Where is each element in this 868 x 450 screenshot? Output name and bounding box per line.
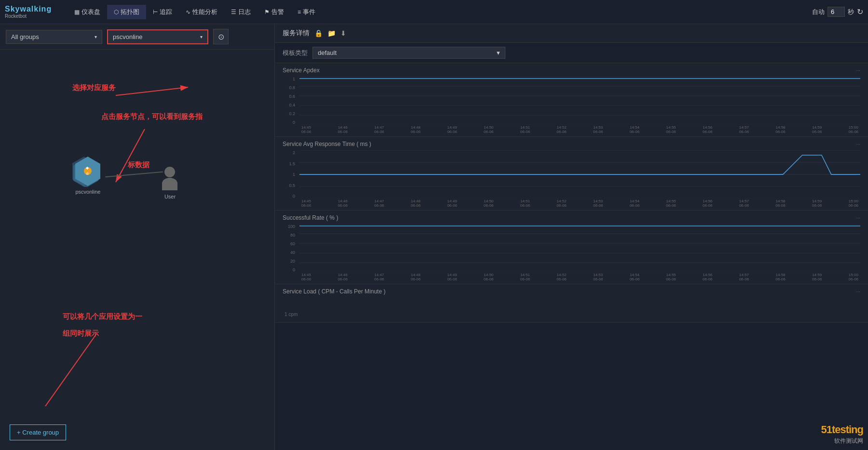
svg-point-10 <box>164 167 175 177</box>
top-navigation: Skywalking Rocketbot ▦ 仪表盘 ⬡ 拓扑图 ⊢ 追踪 ∿ … <box>0 0 868 24</box>
event-icon: ≡ <box>298 9 301 15</box>
apdex-y-axis: 1 0.8 0.6 0.4 0.2 0 <box>283 77 297 125</box>
create-group-label: + Create group <box>17 429 59 436</box>
nav-items: ▦ 仪表盘 ⬡ 拓扑图 ⊢ 追踪 ∿ 性能分析 ☰ 日志 ⚑ 告警 ≡ 事件 <box>68 5 812 19</box>
groups-select-value: All groups <box>11 33 39 40</box>
template-select-value: default <box>318 49 337 56</box>
groups-chevron-icon: ▾ <box>95 34 97 40</box>
svg-text:◆: ◆ <box>86 166 89 170</box>
nav-perf[interactable]: ∿ 性能分析 <box>179 5 224 19</box>
annotation-click-node: 点击服务节点，可以看到服务指 <box>101 112 203 121</box>
arrow-overlay <box>0 50 274 406</box>
chart-avg-response: Service Avg Response Time ( ms ) ··· 2 1… <box>275 137 868 211</box>
charts-area[interactable]: Service Apdex ··· 1 0.8 0.6 0.4 0.2 0 <box>275 63 868 450</box>
nav-right: 自动 秒 ↻ <box>812 7 863 17</box>
service-select[interactable]: pscvonline ▾ <box>107 29 208 44</box>
perf-icon: ∿ <box>186 9 190 15</box>
chart-success-title: Successful Rate ( % ) <box>283 214 338 221</box>
chart-load-more[interactable]: ··· <box>856 289 860 294</box>
chart-success-rate: Successful Rate ( % ) ··· 100 80 60 40 2… <box>275 211 868 284</box>
chart-load-title: Service Load ( CPM - Calls Per Minute ) <box>283 288 385 295</box>
logo-subtitle: Rocketbot <box>5 13 58 19</box>
service-node-pscvonline[interactable]: ◆ ⚙ pscvonline <box>72 156 104 195</box>
chart-success-body: 100 80 60 40 20 0 <box>283 224 860 282</box>
annotation-group-2: 组同时展示 <box>63 329 99 338</box>
nav-dashboard-label: 仪表盘 <box>81 8 100 16</box>
annotation-group-1: 可以将几个应用设置为一 <box>63 312 142 321</box>
trace-icon: ⊢ <box>153 9 158 15</box>
nav-trace[interactable]: ⊢ 追踪 <box>146 5 179 19</box>
svg-line-3 <box>39 334 96 406</box>
lock-icon[interactable]: 🔒 <box>314 29 323 37</box>
nav-alert-label: 告警 <box>271 8 284 16</box>
topology-view-icon[interactable]: ⊙ <box>213 29 229 44</box>
chart-response-more[interactable]: ··· <box>856 141 860 147</box>
refresh-icon[interactable]: ↻ <box>857 7 863 16</box>
left-panel: All groups ▾ pscvonline ▾ ⊙ 选择对应服务 点击服务节… <box>0 24 275 450</box>
auto-label: 自动 <box>812 8 825 16</box>
main-layout: All groups ▾ pscvonline ▾ ⊙ 选择对应服务 点击服务节… <box>0 24 868 450</box>
service-select-value: pscvonline <box>113 33 142 40</box>
load-y-start: 1 cpm <box>285 312 298 317</box>
logo-title: Skywalking <box>5 5 58 13</box>
chart-apdex-body: 1 0.8 0.6 0.4 0.2 0 <box>283 77 860 134</box>
success-chart-svg <box>299 224 860 272</box>
folder-icon[interactable]: 📁 <box>327 29 336 37</box>
alert-icon: ⚑ <box>264 9 270 15</box>
nav-log-label: 日志 <box>238 8 251 16</box>
chart-response-body: 2 1.5 1 0.5 0 <box>283 150 860 208</box>
template-label: 模板类型 <box>283 49 308 57</box>
right-panel: 服务详情 🔒 📁 ⬇ 模板类型 default ▾ Service Apdex … <box>275 24 868 450</box>
refresh-interval-input[interactable] <box>827 7 845 17</box>
pscvonline-hexagons: ◆ ⚙ <box>72 156 104 187</box>
dashboard-icon: ▦ <box>74 9 80 15</box>
chart-apdex-title: Service Apdex <box>283 67 320 74</box>
template-chevron-icon: ▾ <box>497 49 500 56</box>
response-x-axis: 14:4506-06 14:4606-06 14:4706-06 14:4806… <box>299 199 860 208</box>
template-row: 模板类型 default ▾ <box>275 43 868 63</box>
apdex-chart-svg <box>299 77 860 125</box>
chart-success-more[interactable]: ··· <box>856 215 860 221</box>
nav-topology-label: 拓扑图 <box>121 8 139 16</box>
nav-event-label: 事件 <box>303 8 315 16</box>
nav-alert[interactable]: ⚑ 告警 <box>258 5 291 19</box>
svg-rect-12 <box>162 183 177 190</box>
apdex-x-axis: 14:4506-06 14:4606-06 14:4706-06 14:4806… <box>299 125 860 134</box>
service-detail-header: 服务详情 🔒 📁 ⬇ <box>275 24 868 43</box>
service-chevron-icon: ▾ <box>200 34 203 40</box>
chart-response-title: Service Avg Response Time ( ms ) <box>283 141 371 147</box>
response-y-axis: 2 1.5 1 0.5 0 <box>283 150 297 199</box>
annotation-metrics: 标数据 <box>128 160 149 170</box>
pscvonline-label: pscvonline <box>76 189 101 195</box>
chart-service-load: Service Load ( CPM - Calls Per Minute ) … <box>275 284 868 323</box>
groups-select[interactable]: All groups ▾ <box>6 30 102 44</box>
logo: Skywalking Rocketbot <box>5 5 58 19</box>
nav-dashboard[interactable]: ▦ 仪表盘 <box>68 5 107 19</box>
success-y-axis: 100 80 60 40 20 0 <box>283 224 297 272</box>
download-icon[interactable]: ⬇ <box>340 29 346 37</box>
nav-log[interactable]: ☰ 日志 <box>224 5 258 19</box>
nav-event[interactable]: ≡ 事件 <box>291 5 322 19</box>
svg-text:⚙: ⚙ <box>86 172 89 175</box>
node-connector <box>105 172 163 177</box>
create-group-button[interactable]: + Create group <box>10 424 66 440</box>
chart-apdex-more[interactable]: ··· <box>856 67 860 73</box>
response-chart-svg <box>299 150 860 199</box>
success-x-axis: 14:4506-06 14:4606-06 14:4706-06 14:4806… <box>299 273 860 282</box>
user-node[interactable]: User <box>159 165 181 199</box>
template-select[interactable]: default ▾ <box>312 47 505 59</box>
annotation-select-service: 选择对应服务 <box>72 83 116 93</box>
nav-trace-label: 追踪 <box>160 8 172 16</box>
service-bar: All groups ▾ pscvonline ▾ ⊙ <box>0 24 274 50</box>
svg-line-1 <box>116 87 188 95</box>
seconds-label: 秒 <box>848 8 854 16</box>
topology-nav-icon: ⬡ <box>114 9 119 15</box>
user-label: User <box>164 194 176 199</box>
user-icon <box>159 165 181 192</box>
chart-service-apdex: Service Apdex ··· 1 0.8 0.6 0.4 0.2 0 <box>275 63 868 137</box>
log-icon: ☰ <box>231 9 236 15</box>
service-detail-title: 服务详情 <box>283 29 310 38</box>
topology-area: 选择对应服务 点击服务节点，可以看到服务指 标数据 <box>0 50 274 450</box>
nav-perf-label: 性能分析 <box>192 8 217 16</box>
nav-topology[interactable]: ⬡ 拓扑图 <box>107 5 146 19</box>
